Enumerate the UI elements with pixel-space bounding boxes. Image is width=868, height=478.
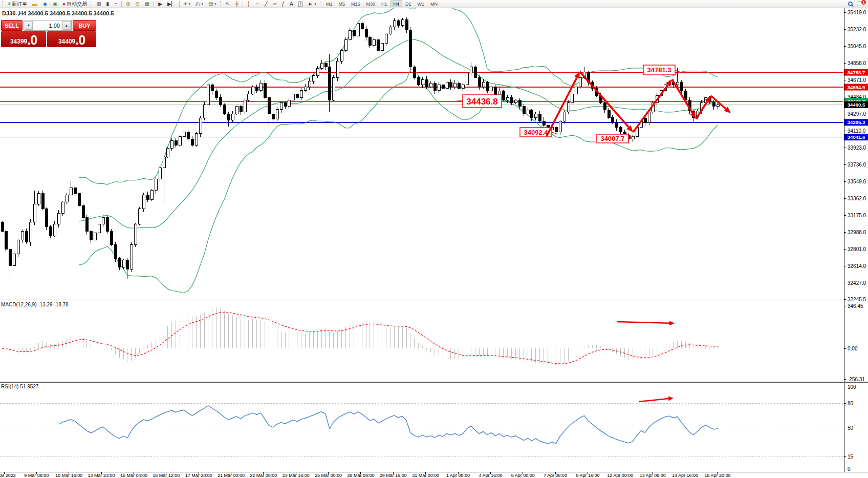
annotation-box[interactable]: 34007.7: [597, 134, 634, 143]
chevron-down-icon: ▾: [188, 1, 190, 8]
buy-button[interactable]: BUY: [73, 20, 96, 31]
search-icon[interactable]: [848, 2, 853, 6]
price-level-tag: 34400.5: [844, 101, 868, 108]
toolbar-grip[interactable]: [320, 1, 322, 7]
rsi-trend-arrow[interactable]: [639, 397, 674, 402]
timeframe-D1[interactable]: D1: [402, 1, 415, 7]
time-axis-label: 29 Mar 16:00: [380, 473, 407, 478]
buy-price-frac: .0: [75, 34, 85, 47]
time-axis-label: 17 Mar 20:00: [185, 473, 212, 478]
svg-text:15: 15: [848, 454, 854, 460]
svg-text:34110.0: 34110.0: [848, 128, 866, 134]
auto-trading-button[interactable]: ● 自动交易: [60, 1, 90, 8]
time-axis-label: 18 Apr 20:00: [704, 473, 730, 478]
chat-button[interactable]: 1: [857, 1, 865, 7]
zoom-out-button[interactable]: ⊖: [133, 1, 142, 8]
timeframe-W1[interactable]: W1: [415, 1, 428, 7]
svg-text:34671.0: 34671.0: [848, 77, 866, 83]
svg-text:34297.0: 34297.0: [848, 111, 866, 117]
tile-windows-button[interactable]: ▦: [142, 1, 152, 8]
sell-button[interactable]: SELL: [1, 20, 23, 31]
svg-text:0.00: 0.00: [848, 346, 858, 351]
crosshair-icon: ┼: [235, 1, 238, 7]
new-order-button[interactable]: + 新订单: [5, 1, 30, 8]
label-tool-button[interactable]: T: [296, 1, 306, 8]
horizontal-line-tool-button[interactable]: ─: [253, 1, 262, 8]
svg-text:34758.7: 34758.7: [848, 70, 865, 75]
periods-button[interactable]: ◴▾: [193, 1, 206, 8]
time-axis-label: 15 Mar 04:00: [120, 473, 147, 478]
timeframe-H1[interactable]: H1: [378, 1, 390, 7]
vertical-line-tool-button[interactable]: │: [245, 1, 253, 8]
volume-stepper: ▼ 1.00 ▲: [24, 20, 72, 31]
time-axis[interactable]: 4 Mar 20229 Mar 08:0010 Mar 16:0013 Mar …: [0, 472, 730, 478]
sell-price-display[interactable]: 34399 .0: [1, 31, 46, 47]
svg-text:34594.9: 34594.9: [848, 85, 865, 90]
annotation-box[interactable]: 34436.8: [457, 95, 502, 108]
fibonacci-tool-button[interactable]: ƒ: [279, 1, 287, 8]
auto-scroll-button[interactable]: ▶: [156, 1, 165, 8]
pane-separators[interactable]: [0, 300, 868, 472]
deposit-icon: ▬: [32, 1, 37, 7]
volume-decrease-button[interactable]: ▼: [25, 21, 33, 30]
chart-shift-button[interactable]: ▶▏: [165, 1, 178, 8]
trendline-icon: ╱: [265, 1, 268, 7]
toolbar-grip[interactable]: [91, 1, 93, 7]
time-axis-label: 6 Apr 00:00: [511, 473, 535, 478]
text-tool-button[interactable]: A: [287, 1, 296, 8]
svg-text:34858.0: 34858.0: [848, 60, 866, 66]
indicators-button[interactable]: +▾: [181, 1, 192, 8]
buy-price-main: 34409: [58, 36, 75, 47]
bars-chart-icon: ▥: [96, 1, 101, 7]
price-level-tag: 34758.7: [844, 69, 868, 76]
price-level-tag: 34041.6: [844, 134, 868, 140]
svg-text:0: 0: [848, 466, 851, 472]
time-axis-label: 4 Mar 2022: [0, 473, 16, 478]
annotation-box[interactable]: 34781.3: [643, 65, 681, 75]
candlestick-chart-button[interactable]: ▮: [104, 1, 112, 8]
toolbar-grip[interactable]: [2, 1, 4, 7]
timeframe-M1[interactable]: M1: [323, 1, 336, 7]
timeframe-M5[interactable]: M5: [336, 1, 349, 7]
timeframe-M15[interactable]: M15: [348, 1, 363, 7]
vertical-line-icon: │: [247, 1, 250, 7]
time-axis-label: 13 Apr 08:00: [640, 473, 666, 478]
templates-button[interactable]: ▤▾: [206, 1, 219, 8]
svg-text:-256.31: -256.31: [848, 377, 865, 382]
time-axis-label: 1 Apr 08:00: [446, 473, 470, 478]
timeframe-M30[interactable]: M30: [363, 1, 379, 7]
price-axis[interactable]: 35419.035232.035045.034858.034671.034484…: [844, 8, 868, 472]
text-tool-icon: A: [290, 1, 293, 7]
svg-text:33175.0: 33175.0: [848, 213, 866, 218]
svg-text:80: 80: [848, 401, 854, 406]
zoom-out-icon: ⊖: [135, 1, 139, 7]
timeframe-MN[interactable]: MN: [427, 1, 441, 7]
svg-text:34092.4: 34092.4: [524, 129, 549, 136]
timeframe-H4[interactable]: H4: [390, 1, 403, 7]
line-chart-button[interactable]: ~: [112, 1, 120, 8]
chart-canvas[interactable]: 35419.035232.035045.034858.034671.034484…: [0, 0, 868, 478]
toolbar-grip[interactable]: [220, 1, 222, 7]
signal-button[interactable]: ◉: [50, 1, 60, 8]
tile-windows-icon: ▦: [145, 1, 149, 7]
crosshair-tool-button[interactable]: ┼: [232, 1, 241, 8]
bars-chart-button[interactable]: ▥: [94, 1, 103, 8]
svg-text:34781.3: 34781.3: [647, 66, 671, 74]
channel-tool-button[interactable]: ▱: [270, 1, 279, 8]
volume-input[interactable]: 1.00: [33, 20, 62, 30]
chevron-down-icon: ▾: [314, 1, 316, 8]
shapes-tool-button[interactable]: ►▾: [306, 1, 319, 8]
deposit-button[interactable]: ▬: [30, 1, 40, 8]
rsi-pane: [0, 404, 843, 457]
macd-trend-arrow[interactable]: [617, 321, 675, 325]
time-axis-label: 22 Mar 08:00: [250, 473, 277, 478]
trendline-tool-button[interactable]: ╱: [262, 1, 270, 8]
candlestick-chart-icon: ▮: [106, 1, 110, 7]
cursor-tool-button[interactable]: ↖: [223, 1, 232, 8]
bollinger-bands: [79, 0, 718, 293]
community-button[interactable]: ☻: [40, 1, 51, 8]
volume-increase-button[interactable]: ▲: [62, 21, 71, 30]
svg-text:50: 50: [848, 425, 854, 431]
buy-price-display[interactable]: 34409 .0: [47, 31, 96, 47]
zoom-in-button[interactable]: ⊕: [123, 1, 133, 8]
